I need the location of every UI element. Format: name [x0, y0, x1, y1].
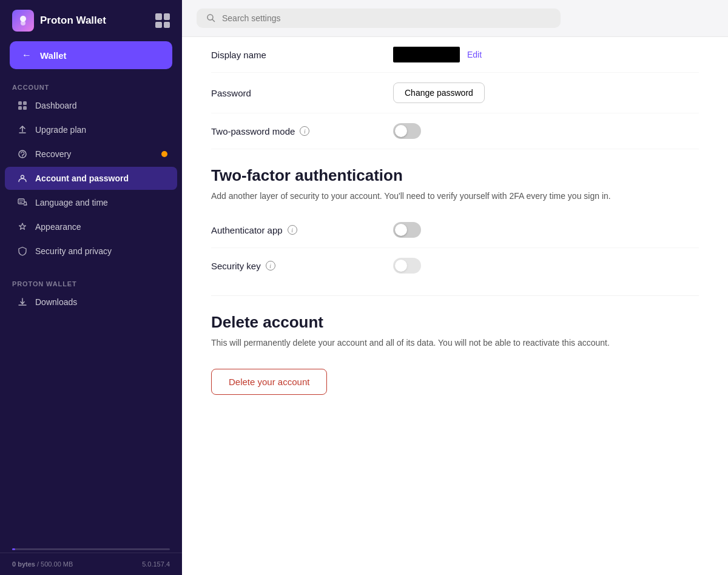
storage-bar-fill — [12, 548, 15, 550]
recovery-icon — [17, 149, 28, 160]
delete-account-description: This will permanently delete your accoun… — [211, 337, 699, 349]
authenticator-app-control — [393, 222, 421, 238]
version-info: 5.0.157.4 — [142, 560, 170, 568]
svg-point-8 — [21, 175, 24, 178]
password-control: Change password — [393, 82, 485, 103]
grid-icon[interactable] — [155, 13, 170, 28]
security-key-label: Security key i — [211, 261, 393, 271]
two-password-mode-info-icon[interactable]: i — [300, 126, 309, 136]
password-row: Password Change password — [211, 73, 699, 113]
two-factor-auth-title: Two-factor authentication — [211, 166, 699, 185]
sidebar-item-recovery[interactable]: Recovery — [5, 143, 177, 166]
svg-rect-5 — [23, 106, 27, 110]
search-input[interactable] — [222, 13, 551, 23]
storage-bar — [12, 548, 170, 550]
security-key-row: Security key i — [211, 248, 699, 283]
svg-point-7 — [22, 156, 22, 157]
authenticator-app-label: Authenticator app i — [211, 225, 393, 235]
security-key-control — [393, 258, 421, 274]
search-icon — [206, 13, 216, 23]
logo-icon — [12, 10, 34, 32]
downloads-icon — [17, 297, 28, 308]
delete-account-button[interactable]: Delete your account — [211, 369, 327, 395]
change-password-button[interactable]: Change password — [393, 82, 485, 103]
edit-display-name-link[interactable]: Edit — [467, 50, 482, 59]
sidebar-item-label: Recovery — [35, 149, 71, 159]
sidebar-item-language-time[interactable]: Language and time — [5, 191, 177, 214]
sidebar-item-label: Dashboard — [35, 101, 77, 110]
search-bar — [182, 0, 728, 37]
display-name-label: Display name — [211, 50, 393, 60]
two-password-mode-control — [393, 123, 421, 139]
svg-rect-2 — [18, 101, 22, 105]
svg-rect-9 — [18, 199, 24, 204]
main-content: Display name Edit Password Change passwo… — [182, 0, 728, 575]
sidebar-item-label: Security and privacy — [35, 246, 112, 256]
logo-area: Proton Wallet — [12, 10, 106, 32]
svg-point-1 — [21, 21, 25, 25]
security-key-info-icon[interactable]: i — [266, 261, 275, 271]
sidebar: Proton Wallet ←Wallet Account Dashboard … — [0, 0, 182, 575]
sidebar-item-upgrade[interactable]: Upgrade plan — [5, 118, 177, 141]
sidebar-item-label: Downloads — [35, 297, 77, 307]
sidebar-header: Proton Wallet — [0, 0, 182, 41]
two-password-mode-toggle[interactable] — [393, 123, 421, 139]
search-inner — [197, 8, 561, 28]
display-name-control: Edit — [393, 47, 482, 62]
display-name-row: Display name Edit — [211, 37, 699, 73]
delete-account-section: Delete account This will permanently del… — [211, 296, 699, 407]
sidebar-footer: 0 bytes / 500.00 MB 5.0.157.4 — [0, 553, 182, 575]
two-password-mode-row: Two-password mode i — [211, 113, 699, 149]
sidebar-item-appearance[interactable]: Appearance — [5, 215, 177, 238]
two-password-mode-label: Two-password mode i — [211, 126, 393, 136]
two-factor-auth-description: Add another layer of security to your ac… — [211, 190, 699, 203]
password-label: Password — [211, 88, 393, 98]
sidebar-item-account-password[interactable]: Account and password — [5, 167, 177, 190]
authenticator-app-toggle[interactable] — [393, 222, 421, 238]
two-factor-auth-section: Two-factor authentication Add another la… — [211, 149, 699, 296]
app-name: Proton Wallet — [40, 15, 106, 27]
settings-content: Display name Edit Password Change passwo… — [182, 37, 728, 575]
wallet-button[interactable]: ←Wallet — [10, 41, 172, 69]
account-icon — [17, 173, 28, 184]
security-icon — [17, 246, 28, 257]
appearance-icon — [17, 221, 28, 232]
authenticator-app-info-icon[interactable]: i — [288, 225, 297, 235]
sidebar-item-label: Account and password — [35, 173, 129, 183]
proton-wallet-section-label: Proton Wallet — [0, 275, 182, 290]
language-icon — [17, 197, 28, 208]
authenticator-app-row: Authenticator app i — [211, 212, 699, 248]
display-name-value — [393, 47, 460, 62]
upgrade-icon — [17, 124, 28, 135]
back-arrow-icon: ← — [22, 50, 32, 61]
recovery-badge — [161, 151, 167, 157]
sidebar-item-security-privacy[interactable]: Security and privacy — [5, 240, 177, 263]
account-section-label: Account — [0, 79, 182, 93]
sidebar-item-label: Appearance — [35, 222, 81, 232]
sidebar-item-label: Upgrade plan — [35, 125, 86, 135]
sidebar-item-dashboard[interactable]: Dashboard — [5, 94, 177, 117]
delete-account-title: Delete account — [211, 313, 699, 332]
svg-rect-4 — [18, 106, 22, 110]
svg-rect-3 — [23, 101, 27, 105]
sidebar-item-downloads[interactable]: Downloads — [5, 291, 177, 314]
dashboard-icon — [17, 100, 28, 111]
sidebar-item-label: Language and time — [35, 198, 108, 207]
storage-info: 0 bytes / 500.00 MB — [12, 560, 73, 568]
security-key-toggle[interactable] — [393, 258, 421, 274]
